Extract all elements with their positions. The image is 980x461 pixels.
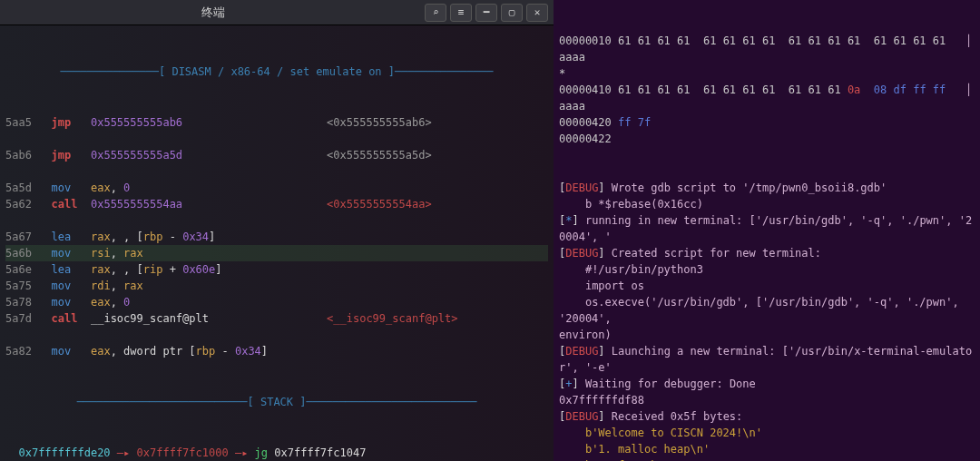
hamburger-icon: ≡ (458, 6, 465, 18)
hex-row: 00000420 ff 7f (559, 114, 975, 131)
log-line: environ) (559, 327, 975, 343)
disasm-row: 5ab6 jmp 0x555555555a5d <0x555555555a5d> (5, 147, 548, 163)
disasm-row: 5a6b mov rsi, rax (5, 245, 548, 261)
log-line: [DEBUG] Received 0x5f bytes: (559, 408, 975, 425)
stack-header: ──────────────────────────[ STACK ]─────… (5, 394, 548, 410)
search-icon: ⌕ (433, 6, 439, 18)
maximize-icon: ▢ (509, 6, 515, 18)
disasm-row: 5a82 mov eax, dword ptr [rbp - 0x34] (5, 343, 548, 359)
log-line: b'1. malloc heap\n' (559, 441, 975, 457)
log-line: 0x7ffffffdf88 (559, 392, 975, 408)
disasm-header: ───────────────[ DISASM / x86-64 / set e… (5, 64, 548, 80)
disasm-row: 5a75 mov rdi, rax (5, 278, 548, 294)
disasm-row: 5a62 call 0x5555555554aa <0x5555555554aa… (5, 196, 548, 212)
disasm-listing: 5aa5 jmp 0x555555555ab6 <0x555555555ab6>… (5, 114, 548, 359)
hex-row: * (559, 65, 975, 82)
close-button[interactable]: ✕ (526, 4, 548, 22)
log-line: b'Welcome to CISCN 2024!\n' (559, 425, 975, 441)
log-output: [DEBUG] Wrote gdb script to '/tmp/pwn0_b… (559, 180, 975, 461)
disasm-row: 5aa5 jmp 0x555555555ab6 <0x555555555ab6> (5, 114, 548, 131)
disasm-row: 5a67 lea rax, , [rbp - 0x34] (5, 229, 548, 245)
disasm-row (5, 327, 548, 343)
search-button[interactable]: ⌕ (425, 4, 446, 22)
log-line: import os (559, 278, 975, 294)
hex-row: 00000422 (559, 131, 975, 147)
log-line: [+] Waiting for debugger: Done (559, 376, 975, 392)
disasm-row (5, 163, 548, 180)
menu-button[interactable]: ≡ (450, 4, 472, 22)
disasm-row (5, 131, 548, 147)
log-line: [DEBUG] Wrote gdb script to '/tmp/pwn0_b… (559, 180, 975, 196)
minimize-button[interactable]: ━ (475, 4, 497, 22)
window-title: 终端 (5, 5, 421, 21)
log-line: [*] running in new terminal: ['/usr/bin/… (559, 212, 975, 245)
log-line: b'2. free heap\n' (559, 457, 975, 461)
log-line: b *$rebase(0x16cc) (559, 196, 975, 212)
log-line: [DEBUG] Launching a new terminal: ['/usr… (559, 343, 975, 376)
log-pane[interactable]: 00000010 61 61 61 61 61 61 61 61 61 61 6… (554, 0, 980, 461)
maximize-button[interactable]: ▢ (501, 4, 523, 22)
log-line: #!/usr/bin/python3 (559, 261, 975, 278)
close-icon: ✕ (534, 6, 541, 18)
disasm-row: 5a78 mov eax, 0 (5, 294, 548, 310)
disasm-row (5, 212, 548, 229)
hex-row: 00000010 61 61 61 61 61 61 61 61 61 61 6… (559, 33, 975, 65)
disasm-row: 5a7d call __isoc99_scanf@plt <__isoc99_s… (5, 310, 548, 327)
terminal-window: 终端 ⌕ ≡ ━ ▢ ✕ ───────────────[ DISASM / x… (0, 0, 554, 461)
terminal-body[interactable]: ───────────────[ DISASM / x86-64 / set e… (0, 25, 554, 461)
minimize-icon: ━ (484, 6, 490, 18)
hexdump: 00000010 61 61 61 61 61 61 61 61 61 61 6… (559, 33, 975, 147)
stack-row: 0x7fffffffde20 —▸ 0x7ffff7fc1000 —▸ jg 0… (5, 445, 548, 461)
log-line: [DEBUG] Created script for new terminal: (559, 245, 975, 261)
log-line: os.execve('/usr/bin/gdb', ['/usr/bin/gdb… (559, 294, 975, 327)
titlebar[interactable]: 终端 ⌕ ≡ ━ ▢ ✕ (0, 0, 554, 25)
disasm-row: 5a5d mov eax, 0 (5, 180, 548, 196)
disasm-row: 5a6e lea rax, , [rip + 0x60e] (5, 261, 548, 278)
hex-row: 00000410 61 61 61 61 61 61 61 61 61 61 6… (559, 82, 975, 114)
stack-listing: 0x7fffffffde20 —▸ 0x7ffff7fc1000 —▸ jg 0… (5, 445, 548, 461)
